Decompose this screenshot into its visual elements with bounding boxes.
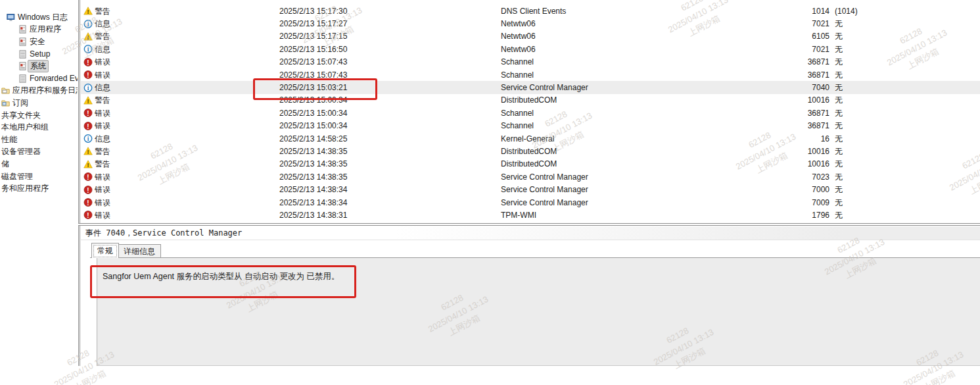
event-task-category: 无	[835, 43, 843, 55]
event-level-cell: !警告	[83, 31, 110, 42]
event-row[interactable]: i信息2025/2/13 14:58:25Kernel-General16无	[81, 132, 980, 145]
event-detail-pane: 事件 7040，Service Control Manager 常规 详细信息 …	[81, 226, 980, 366]
sidebar-item-务和应用程序[interactable]: 务和应用程序	[0, 182, 78, 195]
sidebar-item-应用程序[interactable]: 应用程序	[0, 24, 78, 36]
sidebar-item-应用程序和服务日志[interactable]: 应用程序和服务日志	[0, 85, 78, 97]
event-id: 10016	[808, 159, 829, 168]
svg-text:!: !	[87, 122, 89, 130]
sidebar-item-系统[interactable]: 系统	[0, 60, 78, 72]
tab-details[interactable]: 详细信息	[118, 244, 161, 258]
tab-details-label: 详细信息	[124, 247, 155, 256]
event-row[interactable]: i信息2025/2/13 15:03:21Service Control Man…	[81, 81, 980, 93]
event-task-category: 无	[835, 171, 843, 182]
event-row[interactable]: !警告2025/2/13 15:00:34DistributedCOM10016…	[81, 94, 980, 107]
event-id: 7009	[812, 198, 829, 207]
event-level-label: 警告	[95, 31, 110, 42]
event-source: DistributedCOM	[501, 159, 557, 168]
svg-text:!: !	[87, 174, 89, 181]
event-task-category: 无	[835, 120, 843, 132]
event-task-category: 无	[835, 159, 843, 170]
event-id: 7021	[812, 45, 829, 54]
event-row[interactable]: !警告2025/2/13 15:17:15Netwtw066105无	[81, 30, 980, 43]
event-task-category: 无	[835, 18, 843, 30]
event-level-label: 信息	[95, 133, 110, 144]
event-row[interactable]: !错误2025/2/13 15:07:43Schannel36871无	[81, 56, 980, 68]
sidebar-item-订阅[interactable]: 订阅	[0, 97, 78, 109]
event-datetime: 2025/2/13 15:00:34	[279, 95, 347, 105]
error-icon: !	[83, 121, 93, 130]
event-level-label: 错误	[95, 57, 110, 68]
sidebar-item-本地用户和组[interactable]: 本地用户和组	[0, 121, 78, 134]
event-task-category: 无	[835, 184, 843, 195]
detail-tabs: 常规 详细信息	[81, 242, 980, 258]
event-level-cell: !警告	[83, 5, 110, 16]
event-row[interactable]: !错误2025/2/13 14:38:34Service Control Man…	[81, 183, 980, 195]
svg-text:!: !	[87, 110, 89, 117]
event-row[interactable]: !警告2025/2/13 14:38:35DistributedCOM10016…	[81, 145, 980, 157]
event-row[interactable]: !错误2025/2/13 14:38:34Service Control Man…	[81, 196, 980, 209]
event-task-category: 无	[835, 31, 843, 42]
event-level-cell: !错误	[83, 171, 110, 182]
sidebar-item-Forwarded Eve[interactable]: Forwarded Eve	[0, 72, 78, 85]
event-datetime: 2025/2/13 15:17:15	[279, 32, 347, 41]
event-level-label: 错误	[95, 171, 110, 182]
event-datetime: 2025/2/13 15:00:34	[279, 109, 347, 118]
event-row[interactable]: !警告2025/2/13 14:38:35DistributedCOM10016…	[81, 158, 980, 170]
sidebar-item-Setup[interactable]: Setup	[0, 48, 78, 61]
event-level-cell: i信息	[83, 133, 110, 144]
event-id: 1796	[812, 211, 829, 220]
error-icon: !	[83, 185, 93, 194]
folder-logs-icon	[1, 86, 10, 95]
event-level-label: 信息	[95, 18, 110, 30]
event-row[interactable]: !错误2025/2/13 15:07:43Schannel36871无	[81, 68, 980, 81]
event-datetime: 2025/2/13 14:38:34	[279, 185, 347, 194]
sidebar-item-设备管理器[interactable]: 设备管理器	[0, 146, 78, 159]
event-task-category: 无	[835, 197, 843, 208]
sidebar-item-Windows 日志[interactable]: Windows 日志	[0, 11, 78, 24]
sidebar-item-label: 务和应用程序	[1, 183, 49, 194]
error-icon: !	[83, 211, 93, 220]
event-source: DNS Client Events	[501, 7, 566, 16]
event-source: Service Control Manager	[501, 83, 588, 92]
event-row[interactable]: !错误2025/2/13 15:00:34Schannel36871无	[81, 107, 980, 119]
event-id: 10016	[808, 147, 829, 156]
sidebar-splitter[interactable]	[78, 0, 80, 366]
svg-text:!: !	[87, 149, 89, 155]
event-level-label: 警告	[95, 145, 110, 157]
sidebar-item-性能[interactable]: 性能	[0, 134, 78, 146]
event-id: 7040	[812, 83, 829, 92]
event-level-label: 错误	[95, 209, 110, 220]
event-id: 36871	[808, 70, 829, 80]
tab-general-label: 常规	[97, 246, 113, 255]
event-row[interactable]: i信息2025/2/13 15:16:50Netwtw067021无	[81, 43, 980, 55]
event-level-cell: !警告	[83, 95, 110, 106]
svg-text:!: !	[87, 34, 89, 40]
error-icon: !	[83, 198, 93, 207]
event-level-label: 警告	[95, 95, 110, 106]
event-datetime: 2025/2/13 14:38:35	[279, 147, 347, 156]
sidebar-item-共享文件夹[interactable]: 共享文件夹	[0, 109, 78, 122]
event-row[interactable]: !警告2025/2/13 15:17:30DNS Client Events10…	[81, 5, 980, 17]
event-detail-title: 事件 7040，Service Control Manager	[81, 226, 980, 240]
event-row[interactable]: !错误2025/2/13 14:38:35Service Control Man…	[81, 170, 980, 183]
svg-text:!: !	[87, 212, 89, 219]
event-row[interactable]: !错误2025/2/13 15:00:34Schannel36871无	[81, 120, 980, 132]
event-source: Schannel	[501, 121, 534, 130]
sidebar-item-储[interactable]: 储	[0, 158, 78, 170]
sidebar-item-安全[interactable]: 安全	[0, 36, 78, 48]
event-level-cell: i信息	[83, 82, 110, 93]
tab-general-page: Sangfor Uem Agent 服务的启动类型从 自动启动 更改为 已禁用。	[97, 258, 980, 366]
sidebar-item-磁盘管理[interactable]: 磁盘管理	[0, 170, 78, 183]
event-task-category: 无	[835, 209, 843, 220]
event-datetime: 2025/2/13 14:38:35	[279, 159, 347, 168]
event-row[interactable]: !错误2025/2/13 14:38:31TPM-WMI1796无	[81, 209, 980, 221]
tabstrip-baseline	[90, 257, 980, 258]
event-source: Schannel	[501, 109, 534, 118]
event-log-icon	[18, 62, 27, 70]
event-datetime: 2025/2/13 15:00:34	[279, 121, 347, 130]
svg-text:!: !	[87, 72, 89, 79]
event-row[interactable]: i信息2025/2/13 15:17:27Netwtw067021无	[81, 17, 980, 30]
event-level-label: 错误	[95, 107, 110, 118]
event-source: Netwtw06	[501, 45, 536, 54]
tab-general[interactable]: 常规	[91, 243, 119, 258]
